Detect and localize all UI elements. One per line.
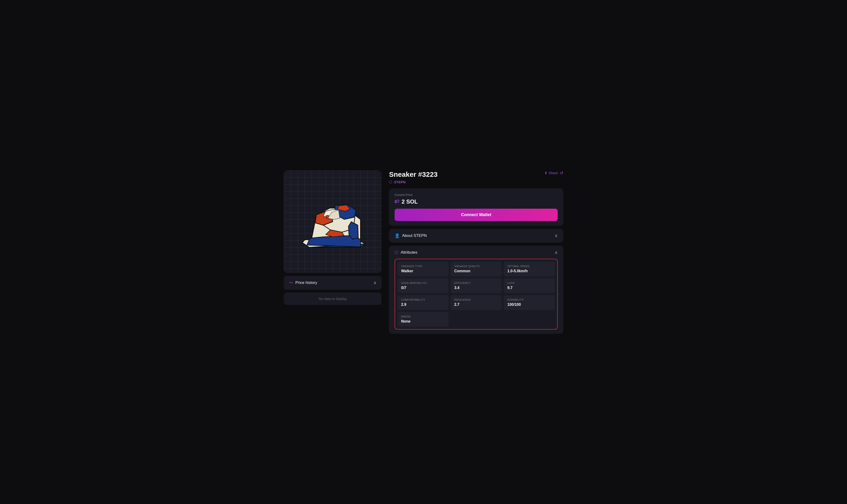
attr-luck: LUCK 9.7 <box>504 278 555 293</box>
refresh-icon: ↺ <box>560 171 563 175</box>
attributes-chevron-up-icon: ∧ <box>555 250 558 255</box>
price-tag-icon: 🏷 <box>395 199 399 204</box>
main-container: 〜 Price history ∧ No data to display Sne… <box>284 170 563 334</box>
share-icon: ⬆ <box>544 171 547 175</box>
activity-icon: 〜 <box>289 280 293 286</box>
attributes-label: Attributes <box>401 250 417 255</box>
attr-sneaker-type-value: Walker <box>401 269 445 273</box>
no-data-text: No data to display <box>319 297 347 301</box>
attr-resilience-value: 2.7 <box>454 303 498 307</box>
attr-shoe-minting-key: SHOE-MINTING CO... <box>401 282 445 284</box>
attr-efficiency: EFFICIENCY 3.4 <box>451 278 502 293</box>
brand-name: STEPN <box>394 180 406 184</box>
attr-shoe-minting: SHOE-MINTING CO... 0/7 <box>397 278 449 293</box>
attr-badge-key: BADGE <box>401 315 445 318</box>
attr-sneaker-quality-value: Common <box>454 269 498 273</box>
attr-durability: DURABILITY 100/100 <box>504 295 555 310</box>
attr-luck-value: 9.7 <box>507 286 551 290</box>
attr-comfortability: COMFORTABILITY 2.9 <box>397 295 449 310</box>
attr-efficiency-value: 3.4 <box>454 286 498 290</box>
connect-wallet-button[interactable]: Connect Wallet <box>395 209 558 221</box>
nft-brand: ⬡ STEPN <box>389 180 438 184</box>
right-panel: Sneaker #3223 ⬡ STEPN ⬆ Share ↺ Current … <box>389 170 563 334</box>
attr-durability-value: 100/100 <box>507 303 551 307</box>
person-icon: 👤 <box>395 233 400 238</box>
refresh-button[interactable]: ↺ <box>560 170 563 176</box>
about-left: 👤 About STEPN <box>395 233 427 238</box>
attr-shoe-minting-value: 0/7 <box>401 286 445 290</box>
attributes-left: ⬡ Attributes <box>395 250 417 255</box>
price-value-row: 🏷 2 SOL <box>395 198 558 205</box>
about-section[interactable]: 👤 About STEPN ∨ <box>389 229 563 242</box>
shield-icon: ⬡ <box>395 250 398 255</box>
price-history-left: 〜 Price history <box>289 280 317 286</box>
price-history-label: Price history <box>295 281 317 285</box>
about-label: About STEPN <box>402 233 427 238</box>
price-history-section[interactable]: 〜 Price history ∧ <box>284 276 382 290</box>
chevron-down-icon: ∨ <box>555 233 558 238</box>
attributes-grid: SNEAKER TYPE Walker SNEAKER QUALITY Comm… <box>397 262 555 327</box>
share-area: ⬆ Share ↺ <box>544 170 563 176</box>
current-price-label: Current Price <box>395 193 558 197</box>
attr-sneaker-quality: SNEAKER QUALITY Common <box>451 262 502 276</box>
attr-optimal-speed: OPTIMAL SPEED 1.0-5.0km/h <box>504 262 555 276</box>
nft-title-group: Sneaker #3223 ⬡ STEPN <box>389 170 438 184</box>
attr-optimal-speed-key: OPTIMAL SPEED <box>507 265 551 268</box>
attr-sneaker-type: SNEAKER TYPE Walker <box>397 262 449 276</box>
attributes-section: ⬡ Attributes ∧ SNEAKER TYPE Walker SNEAK… <box>389 246 563 334</box>
attr-optimal-speed-value: 1.0-5.0km/h <box>507 269 551 273</box>
attr-badge-value: None <box>401 319 445 324</box>
attr-luck-key: LUCK <box>507 282 551 284</box>
brand-shield-icon: ⬡ <box>389 180 392 184</box>
sneaker-image <box>295 187 370 257</box>
share-button[interactable]: ⬆ Share <box>544 171 558 175</box>
attr-durability-key: DURABILITY <box>507 298 551 301</box>
attr-efficiency-key: EFFICIENCY <box>454 282 498 284</box>
attributes-grid-wrapper: SNEAKER TYPE Walker SNEAKER QUALITY Comm… <box>395 259 558 329</box>
left-panel: 〜 Price history ∧ No data to display <box>284 170 382 334</box>
attr-sneaker-quality-key: SNEAKER QUALITY <box>454 265 498 268</box>
chevron-up-icon: ∧ <box>374 280 376 285</box>
price-section: Current Price 🏷 2 SOL Connect Wallet <box>389 188 563 226</box>
attr-sneaker-type-key: SNEAKER TYPE <box>401 265 445 268</box>
sneaker-image-box <box>284 170 382 273</box>
attr-badge: BADGE None <box>397 312 449 327</box>
attr-comfortability-key: COMFORTABILITY <box>401 298 445 301</box>
nft-header: Sneaker #3223 ⬡ STEPN ⬆ Share ↺ <box>389 170 563 184</box>
nft-title: Sneaker #3223 <box>389 170 438 178</box>
price-value: 2 SOL <box>402 198 418 205</box>
attributes-header[interactable]: ⬡ Attributes ∧ <box>395 250 558 255</box>
attr-comfortability-value: 2.9 <box>401 303 445 307</box>
attr-resilience-key: RESILIENCE <box>454 298 498 301</box>
no-data-box: No data to display <box>284 292 382 305</box>
share-label: Share <box>548 171 558 175</box>
attr-resilience: RESILIENCE 2.7 <box>451 295 502 310</box>
